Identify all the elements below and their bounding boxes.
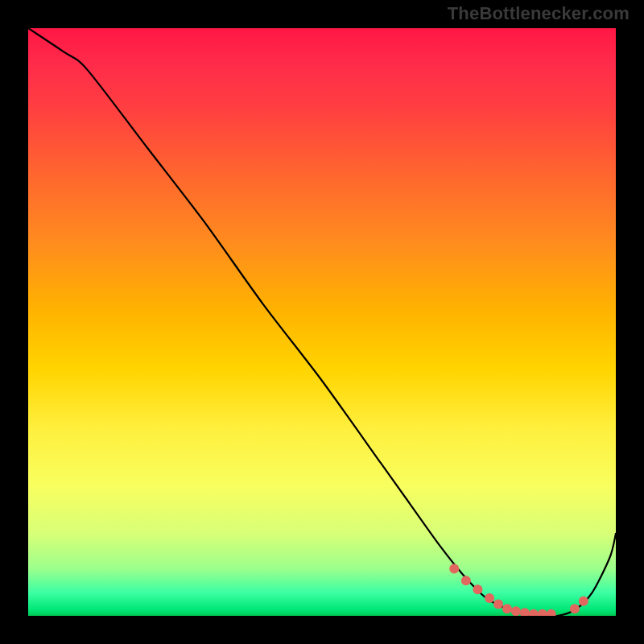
highlight-dot (485, 593, 494, 603)
highlight-dot (461, 576, 471, 585)
highlight-dot (547, 609, 556, 616)
chart-frame: TheBottlenecker.com (0, 0, 644, 644)
curve-svg (28, 28, 616, 616)
bottleneck-curve (28, 28, 616, 616)
highlight-dot (520, 608, 530, 616)
highlight-dot (579, 597, 588, 606)
highlight-dot (493, 599, 503, 609)
marker-group (449, 564, 588, 616)
highlight-dot (449, 564, 459, 574)
highlight-dot (538, 609, 547, 616)
watermark-text: TheBottlenecker.com (448, 3, 630, 24)
highlight-dot (473, 584, 482, 594)
highlight-dot (529, 609, 539, 616)
plot-area (28, 28, 616, 616)
highlight-dot (511, 606, 521, 616)
highlight-dot (570, 604, 580, 613)
highlight-dot (502, 604, 512, 613)
